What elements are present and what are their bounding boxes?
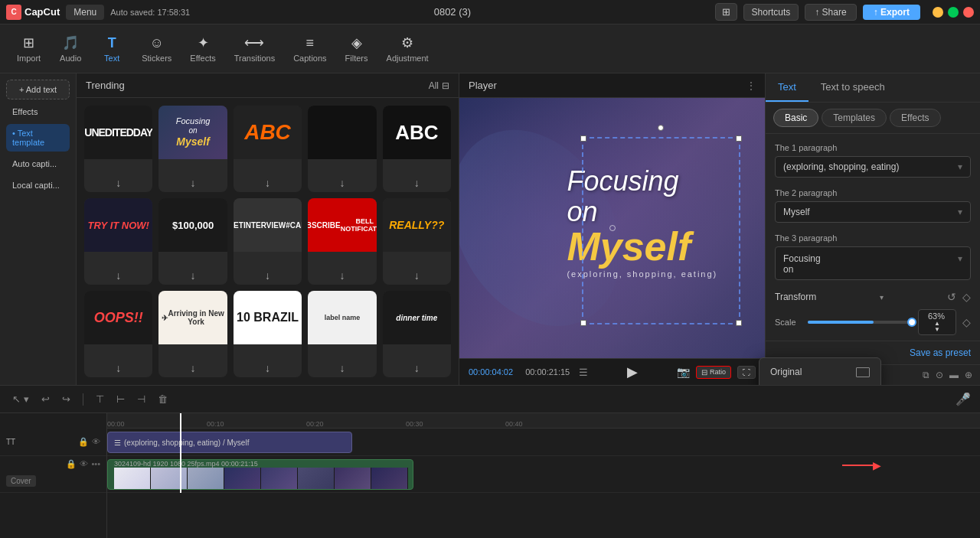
sidebar-item-local-caption[interactable]: Local capti...	[6, 176, 70, 194]
scale-thumb[interactable]	[907, 318, 916, 327]
timeline-redo-button[interactable]: ↪	[59, 392, 74, 406]
download-icon[interactable]: ↓	[339, 177, 345, 189]
match-transform-icon[interactable]: ◇	[962, 291, 971, 303]
delete-button[interactable]: 🗑	[155, 392, 171, 406]
video-track-lock-icon[interactable]: 🔒	[66, 459, 77, 469]
template-card-street[interactable]: STREETINTERVIEW#CAPCUT ↓	[234, 198, 302, 285]
template-card-abc-white[interactable]: ABC ↓	[383, 106, 451, 192]
copy-style-icon[interactable]: ⧉	[923, 370, 929, 380]
microphone-button[interactable]: 🎤	[956, 392, 971, 406]
toolbar-import[interactable]: ⊞ Import	[9, 30, 48, 67]
ruler-mark-30: 00:30	[406, 420, 423, 428]
align-icon[interactable]: ▬	[949, 370, 959, 380]
template-card-oops[interactable]: OOPS!! ↓	[84, 291, 152, 377]
text-track-visibility-icon[interactable]: 👁	[92, 437, 100, 447]
download-icon[interactable]: ↓	[116, 177, 121, 189]
download-icon[interactable]: ↓	[414, 269, 420, 282]
all-button[interactable]: All ⊟	[429, 80, 449, 91]
paragraph-1-input[interactable]: (exploring, shopping, eating) ▾	[775, 156, 971, 178]
template-card-label[interactable]: label name ↓	[308, 291, 376, 377]
template-card-focusing[interactable]: Focusing on Myself ↓	[158, 106, 227, 192]
template-card-arriving[interactable]: ✈Arriving in New York ↓	[158, 291, 227, 377]
toolbar-captions[interactable]: ≡ Captions	[286, 31, 334, 67]
total-time: 00:00:21:15	[525, 367, 570, 377]
video-track-visibility-icon[interactable]: 👁	[80, 459, 88, 469]
toolbar-audio[interactable]: 🎵 Audio	[51, 30, 90, 67]
download-icon[interactable]: ↓	[265, 177, 270, 189]
tab-text-to-speech[interactable]: Text to speech	[808, 73, 897, 102]
template-card-brazil[interactable]: 10 BRAZIL ↓	[234, 291, 302, 377]
timeline-select-button[interactable]: ↖ ▾	[9, 392, 32, 406]
template-card-money[interactable]: $100,000 ↓	[158, 198, 227, 285]
paste-style-icon[interactable]: ⊙	[936, 370, 943, 380]
ratio-button-container: ⊟ Ratio	[696, 366, 731, 379]
video-clip[interactable]: 3024109-hd 1920 1080 25fps.mp4 00:00:21:…	[107, 459, 413, 490]
tab-text[interactable]: Text	[766, 73, 808, 102]
camera-icon[interactable]: 📷	[677, 366, 690, 378]
sidebar-item-effects[interactable]: Effects	[6, 103, 70, 121]
paragraph-3-input[interactable]: Focusing on ▾	[775, 246, 971, 280]
ratio-item-custom[interactable]: Custom	[760, 383, 880, 385]
toolbar-transitions[interactable]: ⟷ Transitions	[227, 30, 283, 67]
scale-slider[interactable]	[808, 321, 912, 324]
sub-tab-effects[interactable]: Effects	[890, 109, 940, 127]
toolbar-text[interactable]: T Text	[93, 31, 131, 67]
toolbar-adjustment[interactable]: ⚙ Adjustment	[379, 30, 436, 67]
play-button[interactable]: ▶	[627, 364, 638, 380]
text-track-lock-icon[interactable]: 🔒	[78, 437, 89, 447]
download-icon[interactable]: ↓	[414, 362, 420, 374]
align-button[interactable]: ⊣	[134, 392, 149, 406]
maximize-button[interactable]	[948, 7, 959, 18]
download-icon[interactable]: ↓	[191, 362, 196, 374]
toolbar-effects[interactable]: ✦ Effects	[182, 30, 223, 67]
template-card-dinner[interactable]: dinner time ↓	[383, 291, 451, 377]
toolbar-filters[interactable]: ◈ Filters	[338, 30, 376, 67]
ratio-original-button[interactable]: ⊟ Ratio	[696, 366, 731, 379]
download-icon[interactable]: ↓	[265, 362, 270, 374]
shortcuts-button[interactable]: Shortcuts	[743, 4, 799, 21]
download-icon[interactable]: ↓	[339, 269, 345, 282]
download-icon[interactable]: ↓	[116, 362, 121, 374]
template-card-subscribe[interactable]: SUBSCRIBE BELL NOTIFICATION ↓	[308, 198, 376, 285]
ratio-item-original[interactable]: Original	[760, 361, 880, 383]
split-button[interactable]: ⊤	[93, 392, 107, 406]
video-track-more-icon[interactable]: •••	[91, 459, 100, 469]
share-button[interactable]: ↑ Share	[805, 4, 856, 21]
download-icon[interactable]: ↓	[265, 269, 270, 282]
export-button[interactable]: ↑ Export	[863, 5, 920, 20]
share-icon: ↑	[815, 7, 819, 18]
playhead[interactable]	[180, 413, 181, 493]
sidebar-item-text-template[interactable]: Text template	[6, 124, 70, 152]
timeline-undo-button[interactable]: ↩	[38, 392, 53, 406]
add-text-button[interactable]: + Add text	[6, 80, 70, 99]
list-view-button[interactable]: ☰	[579, 367, 588, 378]
player-menu-icon[interactable]: ⋮	[746, 80, 756, 91]
template-card-trynow[interactable]: TRY IT NOW! ↓	[84, 198, 152, 285]
paragraph-1-block: The 1 paragraph (exploring, shopping, ea…	[775, 143, 971, 178]
fullscreen-button[interactable]: ⛶	[737, 366, 756, 379]
more-options-icon[interactable]: ⊕	[965, 370, 972, 380]
download-icon[interactable]: ↓	[414, 177, 420, 189]
template-card-really[interactable]: REALLY?? ↓	[383, 198, 451, 285]
save-preset-button[interactable]: Save as preset	[775, 347, 971, 358]
close-button[interactable]	[963, 7, 974, 18]
reset-transform-icon[interactable]: ↺	[947, 291, 956, 303]
screen-layout-button[interactable]: ⊞	[715, 3, 737, 21]
download-icon[interactable]: ↓	[191, 177, 196, 189]
sub-tab-basic[interactable]: Basic	[773, 109, 818, 127]
scale-lock-icon[interactable]: ◇	[962, 316, 971, 328]
template-card-unedited[interactable]: UNEDITEDDAY ↓	[84, 106, 152, 192]
toolbar-stickers[interactable]: ☺ Stickers	[134, 31, 179, 67]
sub-tab-templates[interactable]: Templates	[822, 109, 887, 127]
text-clip[interactable]: ☰ (exploring, shopping, eating) / Myself	[107, 432, 352, 453]
download-icon[interactable]: ↓	[116, 269, 121, 282]
template-card-dark[interactable]: ↓	[308, 106, 376, 192]
minimize-button[interactable]	[933, 7, 943, 18]
download-icon[interactable]: ↓	[191, 269, 196, 282]
sidebar-item-auto-caption[interactable]: Auto capti...	[6, 155, 70, 173]
template-card-abc-orange[interactable]: ABC ↓	[234, 106, 302, 192]
download-icon[interactable]: ↓	[339, 362, 345, 374]
paragraph-2-input[interactable]: Myself ▾	[775, 201, 971, 223]
trim-button[interactable]: ⊢	[113, 392, 128, 406]
menu-button[interactable]: Menu	[66, 5, 104, 20]
